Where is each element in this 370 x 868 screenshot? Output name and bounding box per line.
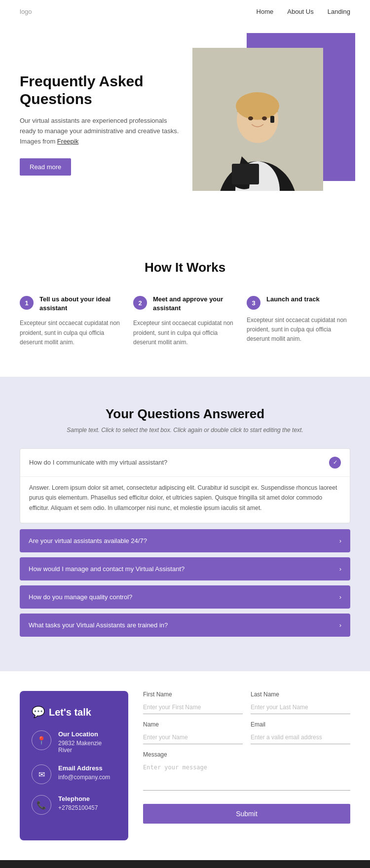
step-3: 3 Launch and track Excepteur sint occaec… <box>247 295 350 347</box>
step-1: 1 Tell us about your ideal assistant Exc… <box>20 295 123 347</box>
name-group: Name <box>143 721 243 744</box>
how-it-works-title: How It Works <box>20 260 350 275</box>
faq-chevron-3: › <box>339 593 341 601</box>
faq-question-0[interactable]: How do I communicate with my virtual ass… <box>20 449 350 476</box>
location-icon: 📍 <box>32 730 51 750</box>
contact-card: 💬 Let's talk 📍 Our Location 29832 Makenz… <box>20 691 128 840</box>
message-group: Message <box>143 751 350 792</box>
first-name-label: First Name <box>143 691 243 698</box>
nav-about[interactable]: About Us <box>287 8 313 15</box>
contact-location-item: 📍 Our Location 29832 Makenzie River <box>32 730 116 754</box>
nav-landing[interactable]: Landing <box>328 8 350 15</box>
freepik-link[interactable]: Freepik <box>57 138 78 145</box>
svg-rect-8 <box>232 164 259 184</box>
first-name-input[interactable] <box>143 701 243 714</box>
phone-label: Telephone <box>58 795 98 802</box>
step-1-desc: Excepteur sint occaecat cupidatat non pr… <box>20 319 123 347</box>
contact-email-item: ✉ Email Address info@company.com <box>32 764 116 784</box>
chat-icon: 💬 <box>32 706 45 719</box>
contact-card-title-text: Let's talk <box>49 707 91 718</box>
faq-question-text-3: How do you manage quality control? <box>29 593 132 601</box>
name-input[interactable] <box>143 731 243 744</box>
logo: logo <box>20 8 32 15</box>
contact-form: First Name Last Name Name Email Message <box>143 691 350 840</box>
faq-chevron-1: › <box>339 537 341 544</box>
first-name-group: First Name <box>143 691 243 714</box>
hero-description: Our virtual assistants are experienced p… <box>20 116 183 146</box>
steps-container: 1 Tell us about your ideal assistant Exc… <box>20 295 350 347</box>
last-name-label: Last Name <box>251 691 350 698</box>
form-row-3: Message <box>143 751 350 792</box>
message-textarea[interactable] <box>143 761 350 791</box>
how-it-works-section: How It Works 1 Tell us about your ideal … <box>0 230 370 377</box>
step-3-number: 3 <box>247 296 260 310</box>
step-2: 2 Meet and approve your assistant Except… <box>133 295 237 347</box>
svg-point-5 <box>248 116 253 120</box>
submit-button[interactable]: Submit <box>143 804 350 824</box>
contact-phone-text: Telephone +27825100457 <box>58 795 98 811</box>
faq-question-text-1: Are your virtual assistants available 24… <box>29 537 147 544</box>
navbar: logo Home About Us Landing <box>0 0 370 23</box>
last-name-input[interactable] <box>251 701 350 714</box>
nav-links: Home About Us Landing <box>257 8 350 15</box>
hero-image <box>192 48 323 191</box>
faq-question-text-4: What tasks your Virtual Assistants are t… <box>29 621 168 629</box>
step-2-title: Meet and approve your assistant <box>153 295 237 313</box>
faq-item-3[interactable]: How do you manage quality control? › <box>20 585 350 609</box>
email-input[interactable] <box>251 731 350 744</box>
faq-question-text-0: How do I communicate with my virtual ass… <box>29 459 167 466</box>
faq-chevron-2: › <box>339 565 341 573</box>
message-label: Message <box>143 751 350 758</box>
svg-rect-7 <box>270 116 274 123</box>
step-3-desc: Excepteur sint occaecat cupidatat non pr… <box>247 316 350 344</box>
hero-image-wrap <box>192 43 350 191</box>
faq-subtitle: Sample text. Click to select the text bo… <box>20 427 350 434</box>
step-3-title: Launch and track <box>266 295 320 304</box>
email-icon: ✉ <box>32 764 51 784</box>
contact-phone-item: 📞 Telephone +27825100457 <box>32 795 116 815</box>
hero-section: Frequently Asked Questions Our virtual a… <box>0 23 370 230</box>
hero-title: Frequently Asked Questions <box>20 72 183 108</box>
hero-text: Frequently Asked Questions Our virtual a… <box>20 43 192 176</box>
footer: Sample text. Click to select the Text El… <box>0 860 370 868</box>
step-1-header: 1 Tell us about your ideal assistant <box>20 295 123 313</box>
faq-question-text-2: How would I manage and contact my Virtua… <box>29 565 185 573</box>
read-more-button[interactable]: Read more <box>20 158 71 176</box>
form-row-1: First Name Last Name <box>143 691 350 714</box>
faq-item-4[interactable]: What tasks your Virtual Assistants are t… <box>20 614 350 637</box>
step-1-title: Tell us about your ideal assistant <box>39 295 123 313</box>
faq-item-2[interactable]: How would I manage and contact my Virtua… <box>20 557 350 580</box>
phone-value: +27825100457 <box>58 804 98 811</box>
step-3-header: 3 Launch and track <box>247 295 350 310</box>
hero-person-svg <box>192 48 323 191</box>
email-group: Email <box>251 721 350 744</box>
contact-location-text: Our Location 29832 Makenzie River <box>58 730 116 754</box>
location-label: Our Location <box>58 730 116 738</box>
name-label: Name <box>143 721 243 728</box>
location-value: 29832 Makenzie River <box>58 740 116 754</box>
step-2-number: 2 <box>133 296 147 310</box>
email-value: info@company.com <box>58 774 110 781</box>
contact-email-text: Email Address info@company.com <box>58 764 110 781</box>
last-name-group: Last Name <box>251 691 350 714</box>
faq-answer-0: Answer. Lorem ipsum dolor sit amet, cons… <box>20 476 350 523</box>
email-field-label: Email <box>251 721 350 728</box>
contact-section: 💬 Let's talk 📍 Our Location 29832 Makenz… <box>0 671 370 860</box>
form-row-2: Name Email <box>143 721 350 744</box>
faq-title: Your Questions Answered <box>20 406 350 422</box>
svg-point-6 <box>262 116 267 120</box>
contact-card-title: 💬 Let's talk <box>32 706 116 719</box>
nav-home[interactable]: Home <box>257 8 274 15</box>
step-2-header: 2 Meet and approve your assistant <box>133 295 237 313</box>
faq-chevron-4: › <box>339 621 341 629</box>
email-label: Email Address <box>58 764 110 772</box>
faq-section: Your Questions Answered Sample text. Cli… <box>0 377 370 671</box>
faq-item-1[interactable]: Are your virtual assistants available 24… <box>20 529 350 552</box>
faq-chevron-0: ✓ <box>329 457 341 469</box>
faq-item-0[interactable]: How do I communicate with my virtual ass… <box>20 448 350 523</box>
step-2-desc: Excepteur sint occaecat cupidatat non pr… <box>133 319 237 347</box>
step-1-number: 1 <box>20 296 34 310</box>
phone-icon: 📞 <box>32 795 51 815</box>
